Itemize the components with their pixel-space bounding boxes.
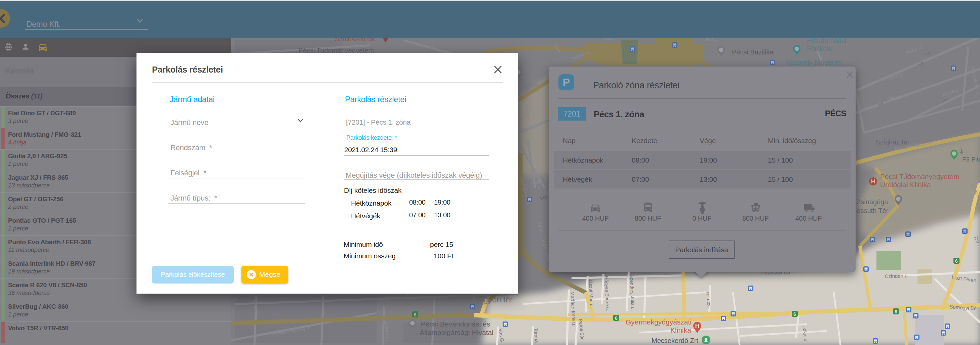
svg-text:Vasarely Múzeum: Vasarely Múzeum bbox=[786, 59, 842, 66]
svg-text:6: 6 bbox=[955, 258, 958, 264]
svg-text:Tompa: Tompa bbox=[533, 328, 539, 343]
svg-text:Pécsi Bazilika: Pécsi Bazilika bbox=[732, 48, 773, 56]
svg-text:Kossuth Tér: Kossuth Tér bbox=[852, 207, 889, 214]
svg-text:6: 6 bbox=[895, 309, 897, 315]
svg-text:6: 6 bbox=[794, 312, 796, 317]
svg-text:Zsinagóga: Zsinagóga bbox=[857, 198, 888, 206]
svg-text:Jászai Mari u.: Jászai Mari u. bbox=[588, 279, 594, 308]
svg-text:H: H bbox=[871, 178, 875, 185]
svg-text:Klinika: Klinika bbox=[670, 326, 691, 334]
svg-text:Pécsi Tudományegyetem: Pécsi Tudományegyetem bbox=[880, 172, 959, 180]
svg-text:Pécsi Bevándorlási és: Pécsi Bevándorlási és bbox=[421, 320, 490, 328]
svg-text:Állampolgársági Hivatal: Állampolgársági Hivatal bbox=[420, 329, 493, 336]
svg-text:Mecsekerdő Zrt: Mecsekerdő Zrt bbox=[652, 337, 698, 344]
svg-text:Hittudományi: Hittudományi bbox=[807, 37, 846, 44]
svg-text:H: H bbox=[695, 323, 699, 329]
svg-text:Főiskola: Főiskola bbox=[807, 45, 832, 52]
svg-text:F3 Fitn: F3 Fitn bbox=[962, 156, 980, 163]
svg-text:Megyeri tér: Megyeri tér bbox=[473, 295, 513, 304]
svg-text:Czinderi u.: Czinderi u. bbox=[885, 273, 909, 279]
svg-text:6: 6 bbox=[414, 312, 417, 318]
svg-text:6: 6 bbox=[615, 315, 617, 321]
svg-text:út: út bbox=[233, 295, 238, 301]
svg-text:Urológiai Klinika: Urológiai Klinika bbox=[880, 181, 931, 188]
svg-text:Gyermekgyógyászati: Gyermekgyógyászati bbox=[626, 318, 692, 326]
